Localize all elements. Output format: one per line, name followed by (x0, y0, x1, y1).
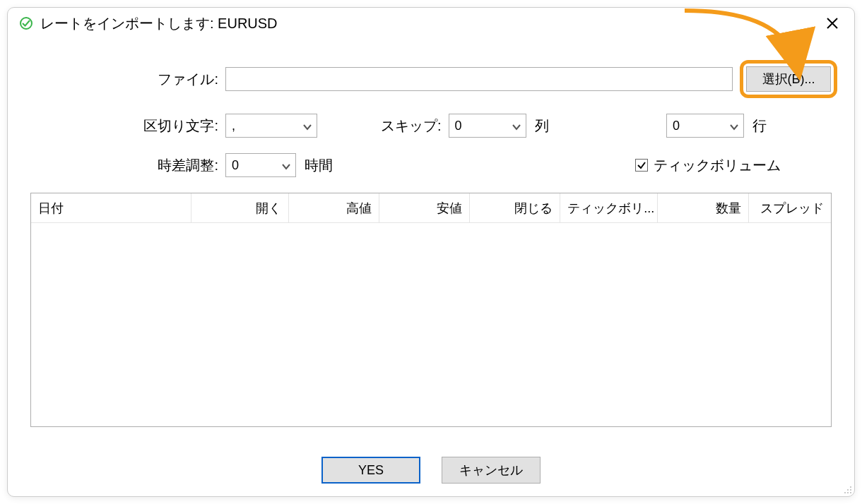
cols-unit: 列 (535, 116, 549, 136)
file-input[interactable] (225, 67, 733, 91)
check-icon (637, 160, 646, 170)
chevron-down-icon (281, 160, 291, 170)
skip-rows-value: 0 (673, 119, 680, 133)
table-header: 日付開く高値安値閉じるティックボリ...数量スプレッド (31, 193, 831, 223)
column-header[interactable]: ティックボリ... (560, 193, 658, 222)
skip-rows-select[interactable]: 0 (666, 114, 744, 138)
dialog-window: レートをインポートします: EURUSD ファイル: 選択(B)... (7, 7, 855, 497)
table-body (31, 223, 831, 426)
svg-point-3 (850, 489, 851, 491)
file-row: ファイル: 選択(B)... (25, 60, 837, 98)
column-header[interactable]: 開く (191, 193, 289, 222)
chevron-down-icon (302, 121, 312, 131)
svg-point-1 (850, 486, 851, 488)
app-icon (19, 16, 33, 30)
column-header[interactable]: 閉じる (470, 193, 560, 222)
svg-point-0 (20, 18, 32, 29)
column-header[interactable]: スプレッド (749, 193, 831, 222)
column-header[interactable]: 日付 (31, 193, 191, 222)
skip-cols-select[interactable]: 0 (449, 114, 526, 138)
dialog-title: レートをインポートします: EURUSD (40, 14, 278, 33)
svg-point-6 (850, 492, 851, 493)
shift-unit: 時間 (305, 156, 333, 175)
separator-select[interactable]: , (225, 114, 317, 138)
close-icon (826, 17, 839, 30)
shift-value: 0 (232, 158, 239, 173)
browse-button[interactable]: 選択(B)... (746, 66, 831, 92)
resize-grip-icon[interactable] (842, 484, 852, 494)
separator-value: , (232, 119, 235, 133)
column-header[interactable]: 高値 (289, 193, 379, 222)
shift-row: 時差調整: 0 時間 ティックボリューム (25, 153, 837, 177)
svg-point-4 (844, 492, 846, 493)
dialog-footer: YES キャンセル (8, 457, 854, 484)
dialog-content: ファイル: 選択(B)... 区切り文字: , スキップ: 0 (8, 39, 854, 434)
close-button[interactable] (822, 13, 843, 34)
file-label: ファイル: (25, 70, 225, 89)
separator-skip-row: 区切り文字: , スキップ: 0 列 0 (25, 114, 837, 138)
skip-cols-value: 0 (455, 119, 462, 133)
svg-point-5 (847, 492, 849, 493)
skip-label: スキップ: (381, 116, 442, 136)
shift-select[interactable]: 0 (225, 153, 296, 177)
tickvolume-checkbox-wrap: ティックボリューム (635, 156, 781, 175)
column-header[interactable]: 数量 (658, 193, 748, 222)
tickvolume-checkbox[interactable] (635, 159, 648, 172)
chevron-down-icon (512, 121, 521, 131)
svg-point-2 (847, 489, 849, 491)
shift-label: 時差調整: (25, 156, 225, 175)
column-header[interactable]: 安値 (379, 193, 470, 222)
preview-table: 日付開く高値安値閉じるティックボリ...数量スプレッド (30, 193, 832, 427)
separator-label: 区切り文字: (25, 116, 225, 136)
rows-unit: 行 (752, 116, 767, 136)
tickvolume-label: ティックボリューム (654, 156, 781, 175)
ok-button[interactable]: YES (321, 457, 420, 484)
titlebar: レートをインポートします: EURUSD (8, 8, 854, 39)
browse-highlight: 選択(B)... (740, 60, 837, 98)
cancel-button[interactable]: キャンセル (442, 457, 541, 484)
chevron-down-icon (729, 121, 739, 131)
